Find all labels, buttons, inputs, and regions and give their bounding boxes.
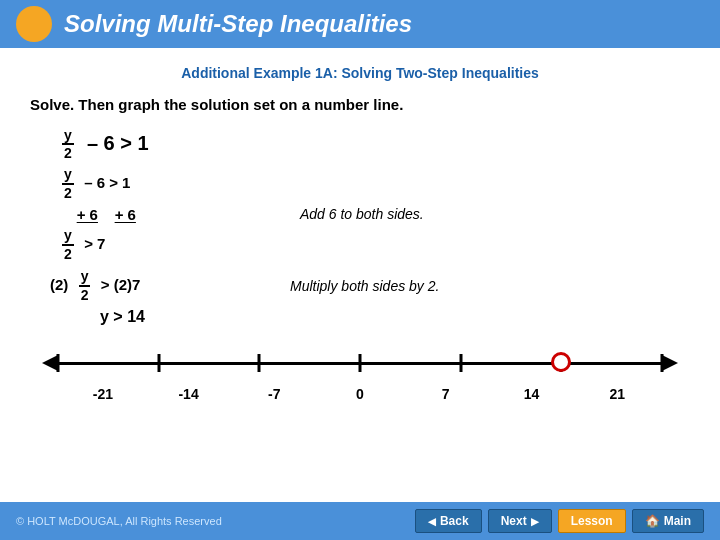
back-button[interactable]: ◀ Back [415,509,482,533]
fraction-display: y 2 [62,127,74,163]
intro-text: Solve. Then graph the solution set on a … [30,94,690,115]
main-label: Main [664,514,691,528]
label-21: 21 [574,386,660,402]
number-line-container: -21 -14 -7 0 7 14 21 [30,344,690,404]
step4-note: Multiply both sides by 2. [290,278,439,294]
display-rest: – 6 > 1 [81,132,148,154]
tick-1 [157,354,160,372]
step2-row: + 6 + 6 Add 6 to both sides. [60,206,690,223]
step5-equation: y > 14 [100,308,145,325]
label-0: 0 [317,386,403,402]
lesson-label: Lesson [571,514,613,528]
header: Solving Multi-Step Inequalities [0,0,720,48]
step4-math: (2) y 2 > (2)7 [50,268,270,304]
step4-prefix: (2) [50,276,73,293]
label-14: 14 [489,386,575,402]
footer-nav: ◀ Back Next ▶ Lesson 🏠 Main [415,509,704,533]
subtitle: Additional Example 1A: Solving Two-Step … [30,64,690,84]
frac-step3: y 2 [62,227,74,263]
step4-tail: > (2)7 [97,276,141,293]
next-label: Next [501,514,527,528]
home-icon: 🏠 [645,514,660,528]
footer-copyright: © HOLT McDOUGAL, All Rights Reserved [16,515,222,527]
step1-row: y 2 – 6 > 1 [60,166,690,202]
step2-math: + 6 + 6 [60,206,280,223]
label-neg14: -14 [146,386,232,402]
step3-math: y 2 > 7 [60,227,280,263]
label-neg7: -7 [231,386,317,402]
tick-0 [57,354,60,372]
tick-4 [459,354,462,372]
number-line-wrapper [30,344,690,384]
label-neg21: -21 [60,386,146,402]
step1-math: y 2 – 6 > 1 [60,166,280,202]
next-arrow-icon: ▶ [531,516,539,527]
main-button[interactable]: 🏠 Main [632,509,704,533]
step4-row: (2) y 2 > (2)7 Multiply both sides by 2. [50,268,690,304]
right-arrow-icon [662,355,678,371]
frac-y-over-2-display: y 2 [60,132,81,154]
step5-math: y > 14 [100,308,145,326]
step3-row: y 2 > 7 [60,227,690,263]
tick-2 [258,354,261,372]
tick-6 [661,354,664,372]
next-button[interactable]: Next ▶ [488,509,552,533]
frac-step1: y 2 [62,166,74,202]
step3-tail: > 7 [80,235,105,252]
header-title: Solving Multi-Step Inequalities [64,10,412,38]
label-7: 7 [403,386,489,402]
back-arrow-icon: ◀ [428,516,436,527]
step5-row: y > 14 [100,308,690,326]
plus6-right: + 6 [115,206,136,223]
step2-note: Add 6 to both sides. [300,206,424,222]
plus6-left: + 6 [77,206,98,223]
number-line-labels: -21 -14 -7 0 7 14 21 [30,386,690,402]
open-circle-14 [551,352,571,372]
lesson-button[interactable]: Lesson [558,509,626,533]
main-content: Additional Example 1A: Solving Two-Step … [0,48,720,422]
footer: © HOLT McDOUGAL, All Rights Reserved ◀ B… [0,502,720,540]
display-equation: y 2 – 6 > 1 [60,127,690,163]
header-icon [16,6,52,42]
back-label: Back [440,514,469,528]
frac-step4: y 2 [79,268,91,304]
tick-3 [359,354,362,372]
step1-tail: – 6 > 1 [80,174,130,191]
